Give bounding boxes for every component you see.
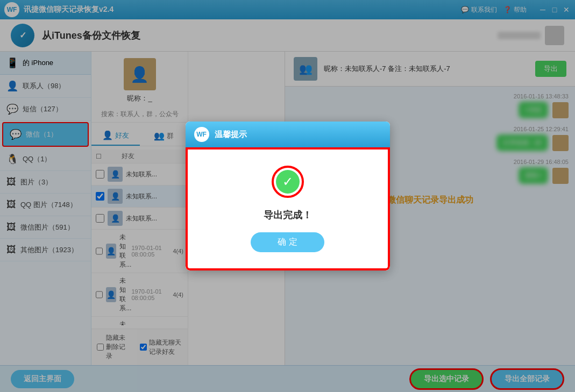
modal-dialog: WF 温馨提示 ✓ 导出完成！ 确 定	[186, 122, 390, 270]
modal-overlay: WF 温馨提示 ✓ 导出完成！ 确 定	[0, 0, 575, 392]
modal-title: 温馨提示	[215, 130, 247, 140]
modal-logo: WF	[194, 127, 209, 142]
modal-ok-button[interactable]: 确 定	[251, 232, 324, 252]
modal-success-text: 导出完成！	[264, 209, 312, 222]
modal-body: ✓ 导出完成！ 确 定	[186, 147, 390, 270]
check-icon: ✓	[276, 170, 300, 194]
success-icon-circle: ✓	[272, 166, 304, 198]
modal-header: WF 温馨提示	[186, 122, 390, 147]
